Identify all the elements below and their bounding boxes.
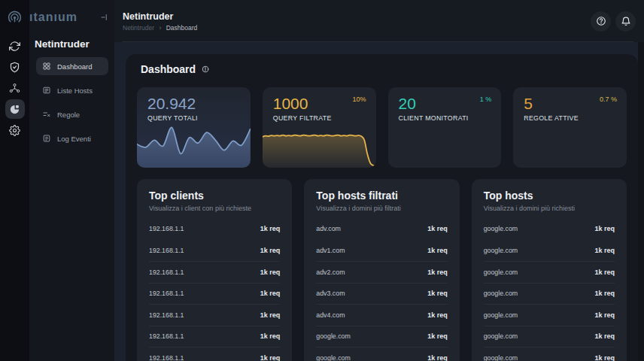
list-row[interactable]: 192.168.1.11k req	[149, 347, 280, 361]
list-row[interactable]: google.com1k req	[316, 347, 447, 361]
row-value: 1k req	[427, 311, 448, 319]
stat-value: 20	[399, 96, 491, 111]
list-row[interactable]: 192.168.1.11k req	[149, 240, 280, 262]
list-row[interactable]: google.com1k req	[484, 304, 615, 326]
list-row[interactable]: 192.168.1.11k req	[149, 326, 280, 347]
sidebar-item-liste-hosts[interactable]: Liste Hosts	[36, 81, 108, 99]
help-button[interactable]	[591, 11, 611, 32]
list-row[interactable]: google.com1k req	[484, 326, 615, 347]
list-row[interactable]: adv.com1k req	[316, 218, 447, 240]
row-name: google.com	[316, 354, 350, 361]
list-rows: google.com1k reqgoogle.com1k reqgoogle.c…	[484, 218, 615, 361]
list-row[interactable]: 192.168.1.11k req	[149, 261, 280, 283]
stat-label: CLIENT MONITORATI	[399, 114, 491, 122]
list-row[interactable]: google.com1k req	[316, 326, 447, 347]
row-value: 1k req	[594, 311, 615, 319]
log-icon	[42, 134, 51, 143]
list-row[interactable]: google.com1k req	[484, 283, 615, 305]
collapse-sidebar-icon[interactable]	[100, 13, 109, 22]
row-value: 1k req	[427, 290, 448, 297]
sidebar: Netintruder DashboardListe HostsRegoleLo…	[0, 0, 114, 361]
rail-settings-icon[interactable]	[5, 120, 25, 140]
row-name: 192.168.1.1	[149, 247, 184, 254]
row-value: 1k req	[594, 354, 615, 361]
stat-card-query-filtrate: 1000QUERY FILTRATE10%	[263, 87, 376, 168]
row-name: 192.168.1.1	[149, 290, 184, 297]
sidebar-item-label: Dashboard	[57, 62, 92, 71]
list-card-top-hosts: Top hostsVisualizza i domini più richies…	[472, 179, 627, 361]
page-title: Dashboard	[141, 63, 196, 75]
row-value: 1k req	[260, 290, 281, 297]
list-row[interactable]: adv2.com1k req	[316, 261, 447, 283]
row-name: google.com	[484, 354, 518, 361]
rules-icon	[42, 110, 51, 119]
list-card-top-hosts-filtrati: Top hosts filtratiVisualizza i domini pi…	[304, 179, 459, 361]
rail-network-icon[interactable]	[5, 78, 25, 98]
sidebar-menu: DashboardListe HostsRegoleLog Eventi	[29, 57, 114, 147]
row-name: 192.168.1.1	[149, 311, 184, 319]
row-value: 1k req	[594, 247, 615, 254]
breadcrumb-separator: ›	[159, 24, 161, 32]
list-row[interactable]: adv3.com1k req	[316, 283, 447, 305]
sidebar-item-dashboard[interactable]: Dashboard	[36, 57, 108, 75]
list-subtitle: Visualizza i domini più filtrati	[316, 205, 447, 212]
info-icon[interactable]	[202, 65, 209, 73]
row-value: 1k req	[260, 332, 281, 340]
row-value: 1k req	[427, 354, 448, 361]
row-name: 192.168.1.1	[149, 354, 184, 361]
stat-percent-badge: 1 %	[480, 96, 492, 103]
row-value: 1k req	[427, 268, 448, 276]
list-row[interactable]: google.com1k req	[484, 240, 615, 262]
list-row[interactable]: google.com1k req	[484, 261, 615, 283]
row-value: 1k req	[427, 247, 448, 254]
stat-card-client-monitorati: 20CLIENT MONITORATI1 %	[388, 87, 502, 168]
list-title: Top hosts filtrati	[316, 190, 447, 202]
rail-globe-icon[interactable]	[5, 99, 25, 119]
sidebar-app-title: Netintruder	[35, 38, 114, 50]
list-card-top-clients: Top clientsVisualizza i client con più r…	[137, 179, 292, 361]
row-name: google.com	[316, 332, 350, 340]
brand-row: ıtanıum	[0, 0, 114, 35]
row-name: 192.168.1.1	[149, 332, 184, 340]
list-title: Top hosts	[484, 190, 615, 202]
stat-cards: 20.942QUERY TOTALI1000QUERY FILTRATE10%2…	[137, 87, 627, 168]
row-name: 192.168.1.1	[149, 225, 184, 232]
sidebar-item-regole[interactable]: Regole	[36, 105, 108, 123]
row-name: adv4.com	[316, 311, 345, 319]
content-background: Dashboard 20.942QUERY TOTALI1000QUERY FI…	[114, 42, 644, 361]
stat-card-regole-attive: 5REGOLE ATTIVE0.7 %	[513, 87, 627, 168]
notifications-button[interactable]	[615, 11, 636, 32]
list-icon	[42, 86, 51, 95]
list-row[interactable]: google.com1k req	[484, 218, 615, 240]
list-rows: adv.com1k reqadv1.com1k reqadv2.com1k re…	[316, 218, 447, 361]
row-value: 1k req	[427, 332, 448, 340]
sidebar-item-log-eventi[interactable]: Log Eventi	[36, 129, 108, 147]
stat-value: 20.942	[147, 96, 240, 111]
stat-card-query-totali: 20.942QUERY TOTALI	[137, 87, 251, 168]
list-row[interactable]: adv1.com1k req	[316, 240, 447, 262]
rail-sync-icon[interactable]	[5, 36, 25, 56]
grid-icon	[42, 62, 51, 71]
list-row[interactable]: google.com1k req	[484, 347, 615, 361]
row-value: 1k req	[260, 247, 281, 254]
list-subtitle: Visualizza i client con più richieste	[149, 205, 280, 212]
sidebar-item-label: Liste Hosts	[57, 86, 93, 95]
header-title: Netintruder	[123, 11, 197, 22]
list-row[interactable]: adv4.com1k req	[316, 304, 447, 326]
row-value: 1k req	[594, 225, 615, 232]
row-name: adv.com	[316, 225, 341, 232]
row-value: 1k req	[427, 225, 448, 232]
list-row[interactable]: 192.168.1.11k req	[149, 304, 280, 326]
row-name: google.com	[484, 332, 518, 340]
breadcrumb-root[interactable]: Netintruder	[123, 24, 154, 32]
row-value: 1k req	[594, 268, 615, 276]
brand-name: ıtanıum	[29, 11, 77, 24]
rail-shield-icon[interactable]	[5, 57, 25, 77]
row-value: 1k req	[594, 290, 615, 297]
list-row[interactable]: 192.168.1.11k req	[149, 218, 280, 240]
list-title: Top clients	[149, 190, 280, 202]
list-row[interactable]: 192.168.1.11k req	[149, 283, 280, 305]
sidebar-item-label: Regole	[57, 111, 80, 119]
stat-label: REGOLE ATTIVE	[524, 114, 616, 122]
main-area: Netintruder Netintruder › Dashboard Dash…	[114, 0, 644, 361]
